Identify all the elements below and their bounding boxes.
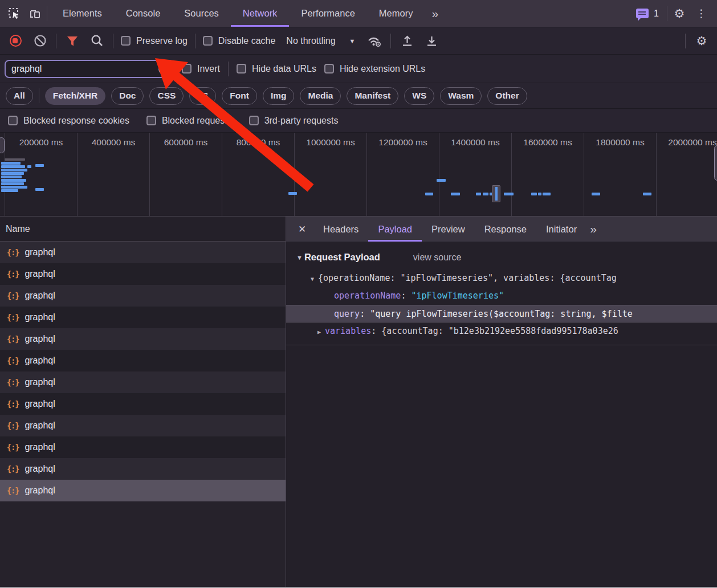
hide-data-urls-checkbox[interactable]: Hide data URLs: [237, 64, 316, 74]
table-row[interactable]: {:}graphql: [0, 480, 286, 501]
name-column-header[interactable]: Name: [0, 217, 286, 242]
filter-chip-other[interactable]: Other: [487, 87, 527, 105]
table-row[interactable]: {:}graphql: [0, 393, 286, 415]
record-button[interactable]: [7, 31, 24, 51]
payload-operation-line[interactable]: operationName: "ipFlowTimeseries": [286, 287, 717, 305]
throttling-select[interactable]: No throttling ▼: [283, 36, 358, 46]
divider: [47, 6, 47, 21]
filter-chip-js[interactable]: JS: [189, 87, 216, 105]
details-more-tabs-icon[interactable]: »: [586, 222, 599, 236]
table-row[interactable]: {:}graphql: [0, 328, 286, 350]
table-row[interactable]: {:}graphql: [0, 350, 286, 371]
overview-column: 800000 ms: [222, 133, 294, 216]
json-braces-icon: {:}: [7, 270, 19, 279]
hide-extension-urls-checkbox[interactable]: Hide extension URLs: [324, 64, 425, 74]
table-row[interactable]: {:}graphql: [0, 458, 286, 480]
request-details-panel: ✕ HeadersPayloadPreviewResponseInitiator…: [286, 217, 717, 588]
tab-memory[interactable]: Memory: [367, 0, 425, 27]
issues-count: 1: [654, 9, 659, 19]
filter-chip-media[interactable]: Media: [300, 87, 341, 105]
network-conditions-icon[interactable]: [366, 31, 383, 51]
filter-chip-all[interactable]: All: [6, 87, 33, 105]
more-tabs-icon[interactable]: »: [428, 7, 441, 21]
disclosure-open-icon[interactable]: ▼: [307, 270, 318, 287]
payload-root-line[interactable]: ▼{operationName: "ipFlowTimeseries", var…: [286, 270, 717, 287]
issues-button[interactable]: 1: [632, 9, 663, 19]
overview-bar: [592, 193, 600, 195]
filter-chip-img[interactable]: Img: [263, 87, 295, 105]
overview-time-label: 400000 ms: [78, 137, 149, 148]
tab-response[interactable]: Response: [475, 217, 536, 242]
disclosure-closed-icon[interactable]: ▶: [313, 323, 325, 340]
table-row[interactable]: {:}graphql: [0, 415, 286, 436]
tab-network[interactable]: Network: [231, 0, 290, 27]
table-row[interactable]: {:}graphql: [0, 371, 286, 393]
network-filter-input[interactable]: [5, 60, 174, 78]
network-overview-timeline[interactable]: 200000 ms400000 ms600000 ms800000 ms1000…: [0, 132, 717, 217]
table-row[interactable]: {:}graphql: [0, 307, 286, 328]
request-name: graphql: [25, 269, 55, 279]
filter-chip-wasm[interactable]: Wasm: [440, 87, 482, 105]
inspect-element-icon[interactable]: [6, 4, 23, 23]
invert-checkbox[interactable]: Invert: [182, 64, 220, 74]
tab-sources[interactable]: Sources: [172, 0, 231, 27]
tab-preview[interactable]: Preview: [422, 217, 475, 242]
json-braces-icon: {:}: [7, 313, 19, 322]
section-disclosure-icon[interactable]: ▼: [296, 254, 303, 261]
overview-bar: [1, 165, 25, 168]
tab-elements[interactable]: Elements: [51, 0, 114, 27]
disable-cache-checkbox[interactable]: Disable cache: [203, 36, 276, 46]
table-row[interactable]: {:}graphql: [0, 242, 286, 263]
chevron-down-icon: ▼: [349, 38, 356, 44]
overview-bar: [27, 165, 31, 168]
filter-chip-css[interactable]: CSS: [149, 87, 184, 105]
clear-filter-icon[interactable]: ✕: [158, 63, 170, 75]
filter-chip-font[interactable]: Font: [222, 87, 257, 105]
overview-bar: [437, 179, 446, 182]
payload-variables-line[interactable]: ▶variables: {accountTag: "b12e3b2192ee55…: [286, 322, 717, 340]
tab-payload[interactable]: Payload: [368, 217, 422, 242]
tab-headers[interactable]: Headers: [313, 217, 368, 242]
json-braces-icon: {:}: [7, 356, 19, 365]
3rd-party-requests-checkbox[interactable]: 3rd-party requests: [249, 116, 339, 126]
view-source-link[interactable]: view source: [413, 252, 461, 263]
tab-performance[interactable]: Performance: [289, 0, 366, 27]
settings-gear-icon[interactable]: ⚙: [671, 4, 688, 23]
payload-query-line[interactable]: query: "query ipFlowTimeseries($accountT…: [286, 305, 717, 322]
clear-button[interactable]: [31, 31, 48, 51]
tab-console[interactable]: Console: [114, 0, 173, 27]
import-har-icon[interactable]: [398, 31, 415, 51]
filter-chip-ws[interactable]: WS: [404, 87, 434, 105]
divider: [228, 62, 229, 76]
blocked-response-cookies-checkbox[interactable]: Blocked response cookies: [8, 116, 129, 126]
overflow-menu-icon[interactable]: ⋮: [691, 7, 711, 20]
requests-list: {:}graphql{:}graphql{:}graphql{:}graphql…: [0, 242, 286, 501]
tab-initiator[interactable]: Initiator: [536, 217, 586, 242]
filter-toggle-icon[interactable]: [64, 31, 81, 51]
overview-time-label: 1200000 ms: [367, 137, 439, 148]
overview-bar: [1, 179, 26, 182]
table-row[interactable]: {:}graphql: [0, 436, 286, 458]
search-icon[interactable]: [88, 31, 105, 51]
overview-left-handle[interactable]: [0, 137, 5, 153]
json-braces-icon: {:}: [7, 421, 19, 430]
filter-chip-doc[interactable]: Doc: [111, 87, 144, 105]
request-name: graphql: [25, 442, 55, 452]
table-row[interactable]: {:}graphql: [0, 285, 286, 307]
filter-chip-manifest[interactable]: Manifest: [347, 87, 398, 105]
preserve-log-checkbox[interactable]: Preserve log: [121, 36, 188, 46]
export-har-icon[interactable]: [423, 31, 440, 51]
device-toolbar-icon[interactable]: [26, 4, 43, 23]
overview-column: 2000000 ms: [656, 133, 717, 216]
network-settings-gear-icon[interactable]: ⚙: [693, 31, 710, 51]
overview-time-label: 1800000 ms: [584, 137, 656, 148]
overview-bar: [643, 193, 651, 195]
blocked-requests-checkbox[interactable]: Blocked requests: [146, 116, 232, 126]
checkbox-icon: [237, 64, 246, 74]
checkbox-icon: [203, 36, 213, 46]
main-tabs: ElementsConsoleSourcesNetworkPerformance…: [51, 0, 425, 27]
request-name: graphql: [25, 312, 55, 322]
close-details-icon[interactable]: ✕: [291, 223, 313, 235]
filter-chip-fetchxhr[interactable]: Fetch/XHR: [45, 87, 105, 105]
table-row[interactable]: {:}graphql: [0, 263, 286, 285]
